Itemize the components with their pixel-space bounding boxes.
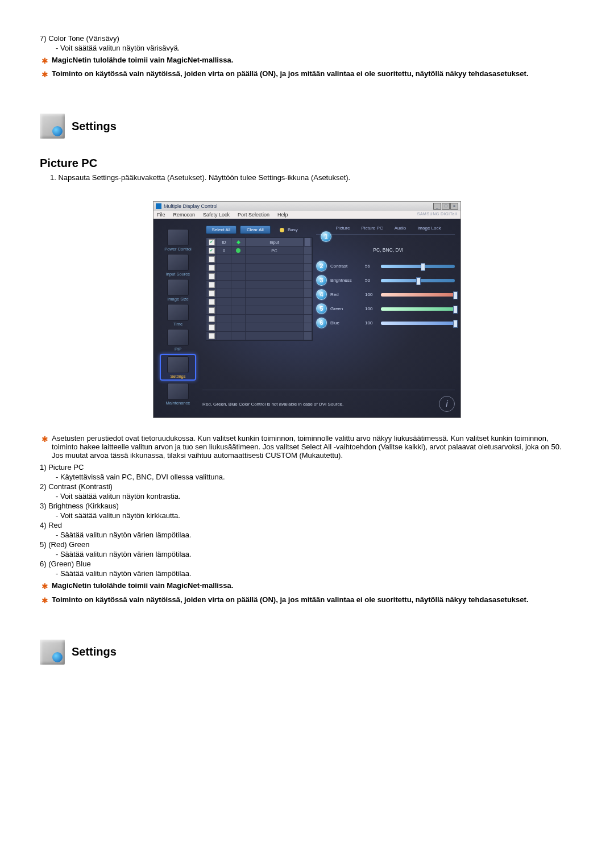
step-1: 1. Napsauta Settings-pääkuvaketta (Asetu… [50,173,574,182]
checkbox-icon[interactable] [209,239,215,245]
source-icon [167,254,189,271]
minimize-button[interactable]: _ [433,203,441,210]
row-checkbox[interactable] [209,273,215,279]
row-checkbox[interactable] [209,282,215,288]
menu-file[interactable]: File [157,212,165,218]
status-header-icon: ◆ [237,239,240,245]
left-nav: Power Control Input Source Image Size Ti… [154,219,202,418]
list-item: 2) Contrast (Kontrasti)- Voit säätää val… [40,482,574,500]
settings-cube-icon [40,640,65,665]
nav-input-source[interactable]: Input Source [162,254,194,277]
below-starB: ✱ MagicNetin tulolähde toimii vain Magic… [40,581,574,591]
note-bar: Red, Green, Blue Color Control is not av… [202,390,455,412]
below-starC: ✱ Toiminto on käytössä vain näytöissä, j… [40,595,574,606]
nav-power-control[interactable]: Power Control [162,229,194,252]
slider-handle[interactable] [453,320,458,328]
picture-pc-heading: Picture PC [40,157,574,170]
row-checkbox[interactable] [209,307,215,314]
slider-handle[interactable] [421,263,425,271]
slider-green[interactable]: 5Green100 [316,303,455,314]
row-input: PC [246,247,304,254]
maximize-button[interactable]: □ [442,203,450,210]
nav-time[interactable]: Time [162,304,194,327]
imagesize-icon [167,279,189,296]
circle-3: 3 [316,275,327,286]
grid-header-input: Input [246,238,304,246]
settings-nav-icon [167,356,189,373]
slider-track[interactable] [381,279,455,282]
slider-track[interactable] [381,307,455,311]
row-checkbox[interactable] [209,324,215,331]
menu-portselection[interactable]: Port Selection [238,212,269,218]
clear-all-button[interactable]: Clear All [240,226,271,234]
tab-picture[interactable]: Picture [336,226,350,231]
row-checkbox[interactable] [209,248,215,254]
row-id: 0 [217,247,231,254]
slider-label: Brightness [330,278,362,283]
slider-track[interactable] [381,293,455,297]
intro-star1: ✱ MagicNetin tulolähde toimii vain Magic… [40,56,574,66]
star-icon: ✱ [42,69,48,80]
circle-1-marker: 1 [321,231,331,242]
slider-label: Green [330,306,362,311]
top-link-bar: Picture 1 Picture PC Audio Image Lock [316,226,460,231]
status-dot-icon [236,248,240,253]
menu-help[interactable]: Help [277,212,288,218]
tab-image-lock[interactable]: Image Lock [417,226,441,231]
slider-label: Contrast [330,264,362,269]
slider-track[interactable] [381,265,455,268]
circle-6: 6 [316,318,327,328]
grid-row[interactable]: 0 PC [206,247,312,255]
settings-heading: Settings [72,120,117,133]
source-label: PC, BNC, DVI [316,247,460,253]
slider-red[interactable]: 4Red100 [316,289,455,300]
circle-1: 1 [321,231,331,242]
slider-value: 100 [365,292,377,297]
circle-2: 2 [316,261,327,272]
row-checkbox[interactable] [209,316,215,322]
item7-desc: - Voit säätää valitun näytön värisävyä. [56,44,574,52]
select-all-button[interactable]: Select All [206,226,237,234]
pip-icon [167,329,189,346]
slider-handle[interactable] [453,306,458,314]
list-item: 6) (Green) Blue- Säätää valitun näytön v… [40,560,574,578]
star-icon: ✱ [42,56,48,66]
slider-handle[interactable] [453,291,458,299]
list-item: 3) Brightness (Kirkkaus)- Voit säätää va… [40,502,574,520]
sliders: 2Contrast563Brightness504Red1005Green100… [316,261,460,328]
nav-settings[interactable]: Settings [160,354,196,381]
row-checkbox[interactable] [209,290,215,297]
center-column: Select All Clear All Busy ID ◆ Input 0 P [202,219,316,418]
clock-icon [167,304,189,321]
nav-maintenance[interactable]: Maintenance [162,383,194,406]
intro-item7: 7) Color Tone (Värisävy) - Voit säätää v… [40,34,574,52]
row-checkbox[interactable] [209,256,215,262]
row-checkbox[interactable] [209,299,215,305]
info-icon: i [439,396,455,412]
nav-pip[interactable]: PIP [162,329,194,352]
nav-image-size[interactable]: Image Size [162,279,194,302]
cube-icon [167,229,189,246]
right-panel: Picture 1 Picture PC Audio Image Lock PC… [316,219,460,418]
slider-blue[interactable]: 6Blue100 [316,318,455,328]
slider-contrast[interactable]: 2Contrast56 [316,261,455,272]
multiple-display-control-window: Multiple Display Control _ □ × File Remo… [153,201,461,418]
maintenance-icon [167,383,189,400]
slider-track[interactable] [381,322,455,325]
row-checkbox[interactable] [209,333,215,339]
grid-header-check[interactable] [206,238,217,246]
intro-star2: ✱ Toiminto on käytössä vain näytöissä, j… [40,69,574,80]
close-button[interactable]: × [450,203,458,210]
brand-label: SAMSUNG DIGITall [417,212,457,216]
tab-audio[interactable]: Audio [395,226,406,231]
scrollbar[interactable] [304,238,312,246]
slider-handle[interactable] [416,277,421,285]
menu-remocon[interactable]: Remocon [173,212,196,218]
menubar: File Remocon Safety Lock Port Selection … [154,211,460,219]
star-icon: ✱ [42,581,48,591]
tab-picture-pc[interactable]: Picture PC [361,226,383,231]
window-titlebar[interactable]: Multiple Display Control _ □ × [154,202,460,211]
slider-brightness[interactable]: 3Brightness50 [316,275,455,286]
row-checkbox[interactable] [209,265,215,271]
menu-safetylock[interactable]: Safety Lock [203,212,230,218]
